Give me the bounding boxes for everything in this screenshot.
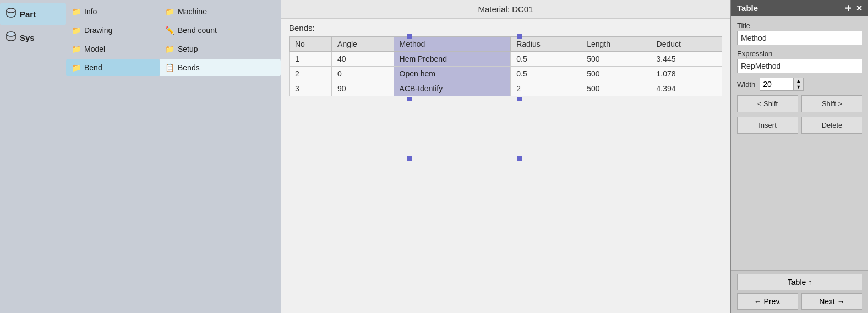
bends-table-wrapper: No Angle Method Radius Length Deduct 140… (289, 36, 722, 96)
col-header-deduct: Deduct (651, 37, 722, 52)
cell-length-1: 500 (581, 67, 651, 81)
folder-icon-model (72, 45, 81, 53)
col-header-no: No (290, 37, 332, 52)
nav-bend-count-label: Bend count (178, 26, 217, 35)
nav-item-setup[interactable]: Setup (160, 40, 281, 58)
selection-handle-mr (517, 97, 522, 101)
shift-left-button[interactable]: < Shift (737, 95, 798, 112)
panel-title: Table (737, 3, 758, 13)
panel-footer: Table ↑ ← Prev. Next → (731, 270, 868, 313)
list-icon-bends (165, 63, 174, 72)
cell-no-1: 2 (290, 67, 332, 81)
insert-delete-row: Insert Delete (737, 117, 862, 134)
cell-method-1: Open hem (394, 67, 511, 81)
width-input-wrap: ▲ ▼ (760, 78, 804, 91)
nav-item-info[interactable]: Info (66, 3, 160, 20)
sidebar-part-label: Part (20, 9, 36, 19)
cell-angle-2: 90 (332, 81, 394, 96)
selection-handle-bl (407, 156, 412, 161)
panel-body: Title Expression Width ▲ ▼ < Shift Shift… (731, 16, 868, 270)
expression-input[interactable] (737, 59, 862, 73)
folder-icon-setup (165, 45, 174, 53)
insert-button[interactable]: Insert (737, 117, 798, 134)
cell-radius-1: 0.5 (511, 67, 581, 81)
col-header-method: Method (394, 37, 511, 52)
sidebar-col1: Part Sys (0, 0, 66, 313)
folder-icon-bend (72, 63, 81, 72)
folder-icon-info (72, 7, 81, 16)
table-up-button[interactable]: Table ↑ (737, 274, 862, 290)
svg-point-1 (7, 32, 15, 36)
cell-angle-1: 0 (332, 67, 394, 81)
sidebar-item-part[interactable]: Part (0, 3, 66, 25)
sidebar-item-sys[interactable]: Sys (0, 26, 66, 49)
width-row: Width ▲ ▼ (737, 78, 862, 91)
width-spinner: ▲ ▼ (793, 78, 803, 90)
shift-right-button[interactable]: Shift > (801, 95, 862, 112)
cell-deduct-1: 1.078 (651, 67, 722, 81)
sys-icon (6, 31, 17, 45)
selection-handle-tl (407, 34, 412, 39)
col-header-length: Length (581, 37, 651, 52)
table-row: 20Open hem0.55001.078 (290, 67, 722, 81)
cell-radius-0: 0.5 (511, 52, 581, 67)
table-row: 140Hem Prebend0.55003.445 (290, 52, 722, 67)
nav-bends-label: Bends (178, 63, 200, 72)
cell-no-2: 3 (290, 81, 332, 96)
width-down-btn[interactable]: ▼ (794, 84, 803, 90)
title-label: Title (737, 21, 862, 30)
nav-machine-label: Machine (178, 7, 207, 16)
pin-icon[interactable]: ✛ (845, 4, 851, 13)
width-input[interactable] (760, 78, 793, 90)
nav-item-model[interactable]: Model (66, 40, 160, 58)
table-row: 390ACB-Identify25004.394 (290, 81, 722, 96)
folder-icon-drawing (72, 26, 81, 35)
cell-length-0: 500 (581, 52, 651, 67)
nav-setup-label: Setup (178, 45, 198, 53)
title-input[interactable] (737, 31, 862, 45)
expression-section: Expression (737, 50, 862, 73)
selection-handle-br (517, 156, 522, 161)
panel-header-icons: ✛ ✕ (845, 4, 862, 13)
panel-header: Table ✛ ✕ (731, 0, 868, 16)
cell-radius-2: 2 (511, 81, 581, 96)
col-header-radius: Radius (511, 37, 581, 52)
nav-drawing-label: Drawing (84, 26, 112, 35)
nav-model-label: Model (84, 45, 105, 53)
pencil-icon-bend-count (165, 26, 174, 35)
bends-table: No Angle Method Radius Length Deduct 140… (289, 36, 722, 96)
close-icon[interactable]: ✕ (856, 4, 862, 13)
expression-label: Expression (737, 50, 862, 58)
sidebar: Part Sys Info Drawing Model (0, 0, 281, 313)
cell-method-2: ACB-Identify (394, 81, 511, 96)
svg-point-0 (7, 8, 15, 13)
footer-nav-row: ← Prev. Next → (737, 293, 862, 310)
material-bar: Material: DC01 (281, 0, 730, 19)
cell-no-0: 1 (290, 52, 332, 67)
prev-button[interactable]: ← Prev. (737, 293, 798, 310)
nav-item-bend[interactable]: Bend (66, 59, 160, 76)
selection-handle-tr (517, 34, 522, 39)
width-up-btn[interactable]: ▲ (794, 78, 803, 84)
next-button[interactable]: Next → (801, 293, 862, 310)
right-panel: Table ✛ ✕ Title Expression Width ▲ ▼ (730, 0, 868, 313)
delete-button[interactable]: Delete (801, 117, 862, 134)
sidebar-sys-label: Sys (20, 33, 35, 42)
main-content: Material: DC01 Bends: No Angle Method Ra… (281, 0, 730, 313)
sidebar-col3: Machine Bend count Setup Bends (160, 0, 281, 313)
nav-item-machine[interactable]: Machine (160, 3, 281, 20)
width-label: Width (737, 80, 755, 89)
nav-item-bends[interactable]: Bends (160, 59, 281, 76)
folder-icon-machine (165, 7, 174, 16)
title-section: Title (737, 21, 862, 45)
nav-item-bend-count[interactable]: Bend count (160, 21, 281, 39)
bends-label: Bends: (281, 19, 730, 34)
cell-deduct-0: 3.445 (651, 52, 722, 67)
part-icon (6, 7, 17, 21)
cell-method-0: Hem Prebend (394, 52, 511, 67)
nav-bend-label: Bend (84, 63, 102, 72)
sidebar-col2: Info Drawing Model Bend (66, 0, 160, 313)
selection-handle-ml (407, 97, 412, 101)
nav-item-drawing[interactable]: Drawing (66, 21, 160, 39)
cell-length-2: 500 (581, 81, 651, 96)
